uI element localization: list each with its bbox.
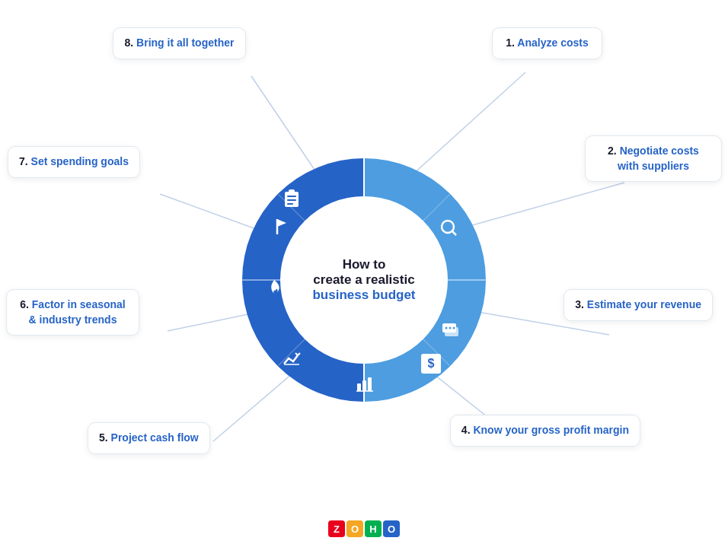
svg-rect-27 — [357, 383, 361, 391]
center-line1: How to — [312, 257, 415, 272]
label-2-num: 2. — [608, 145, 620, 157]
label-6-num: 6. — [20, 298, 32, 310]
label-5-text: Project cash flow — [111, 431, 199, 444]
label-8-num: 8. — [125, 37, 137, 49]
label-analyze-costs: 1. Analyze costs — [492, 27, 602, 59]
label-6-text: Factor in seasonal & industry trends — [29, 298, 126, 326]
chat-icon — [442, 323, 458, 336]
svg-rect-28 — [362, 380, 366, 391]
center-text-area: How to create a realistic business budge… — [280, 196, 448, 364]
label-seasonal-trends: 6. Factor in seasonal & industry trends — [6, 289, 139, 336]
svg-point-23 — [449, 327, 452, 329]
label-1-text: Analyze costs — [517, 37, 588, 49]
main-container: $ — [0, 0, 728, 560]
label-8-text: Bring it all together — [136, 37, 234, 49]
label-gross-profit: 4. Know your gross profit margin — [450, 415, 640, 447]
label-spending-goals: 7. Set spending goals — [8, 146, 140, 178]
svg-rect-35 — [287, 199, 296, 201]
label-7-num: 7. — [19, 155, 31, 167]
label-4-num: 4. — [461, 424, 474, 436]
label-3-num: 3. — [575, 298, 587, 310]
label-bring-together: 8. Bring it all together — [113, 27, 246, 59]
label-5-num: 5. — [99, 431, 111, 444]
label-4-text: Know your gross profit margin — [473, 424, 629, 436]
label-project-cashflow: 5. Project cash flow — [88, 422, 210, 454]
zoho-logo: Z O H O — [328, 520, 400, 537]
label-3-text: Estimate your revenue — [587, 298, 701, 310]
zoho-o1: O — [346, 520, 363, 537]
label-7-text: Set spending goals — [31, 155, 129, 167]
center-diagram: $ — [242, 158, 486, 402]
center-line2: create a realistic — [312, 272, 415, 288]
center-line3: business budget — [312, 288, 415, 303]
label-negotiate-costs: 2. Negotiate costs with suppliers — [585, 135, 722, 182]
zoho-h: H — [365, 520, 382, 537]
svg-text:$: $ — [428, 357, 435, 370]
svg-rect-34 — [287, 196, 296, 197]
svg-point-24 — [453, 327, 455, 329]
svg-point-22 — [445, 327, 448, 329]
svg-rect-37 — [289, 189, 295, 193]
dollar-icon: $ — [421, 354, 441, 374]
svg-rect-29 — [368, 377, 372, 391]
svg-rect-36 — [287, 203, 293, 205]
zoho-z: Z — [328, 520, 345, 537]
label-1-num: 1. — [506, 37, 517, 49]
label-estimate-revenue: 3. Estimate your revenue — [564, 289, 713, 321]
zoho-o2: O — [383, 520, 400, 537]
label-2-text: Negotiate costs with suppliers — [618, 145, 699, 172]
clipboard-icon — [285, 189, 299, 207]
